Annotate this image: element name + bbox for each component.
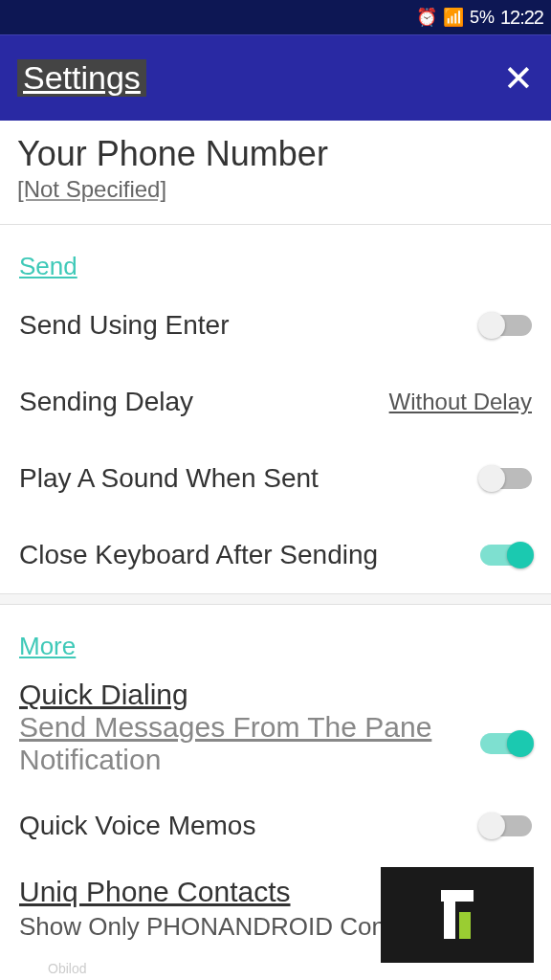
app-header: Settings ✕ — [0, 34, 551, 121]
alarm-icon: ⏰ — [416, 7, 437, 28]
quick-voice-label: Quick Voice Memos — [19, 811, 480, 841]
play-sound-row[interactable]: Play A Sound When Sent — [0, 440, 551, 517]
notification-label: Notification — [19, 744, 431, 776]
more-section-header: More — [0, 605, 551, 667]
close-icon[interactable]: ✕ — [503, 57, 534, 100]
send-section-header: Send — [0, 225, 551, 287]
sending-delay-value: Without Delay — [389, 389, 532, 415]
signal-icon: 📶 — [443, 7, 464, 28]
status-time: 12:22 — [500, 7, 543, 29]
phone-number-section[interactable]: Your Phone Number [Not Specified] — [0, 121, 551, 225]
close-keyboard-toggle[interactable] — [480, 545, 532, 566]
close-keyboard-row[interactable]: Close Keyboard After Sending — [0, 517, 551, 593]
section-divider — [0, 593, 551, 605]
quick-dialing-toggle[interactable] — [480, 733, 532, 754]
phone-number-title: Your Phone Number — [17, 134, 534, 174]
badge-icon-top — [441, 890, 474, 902]
quick-voice-toggle[interactable] — [480, 815, 532, 836]
send-using-enter-row[interactable]: Send Using Enter — [0, 287, 551, 364]
close-keyboard-label: Close Keyboard After Sending — [19, 540, 480, 570]
floating-badge[interactable] — [381, 867, 534, 963]
quick-dialing-row[interactable]: Quick Dialing Send Messages From The Pan… — [0, 667, 551, 788]
play-sound-label: Play A Sound When Sent — [19, 463, 480, 494]
header-title: Settings — [17, 59, 146, 97]
quick-voice-row[interactable]: Quick Voice Memos — [0, 788, 551, 864]
sending-delay-label: Sending Delay — [19, 387, 389, 417]
battery-text: 5% — [470, 8, 495, 28]
content: Your Phone Number [Not Specified] Send S… — [0, 121, 551, 942]
watermark: Obilod — [48, 961, 86, 976]
sending-delay-row[interactable]: Sending Delay Without Delay — [0, 364, 551, 440]
send-from-pane-label: Send Messages From The Pane — [19, 711, 431, 744]
send-using-enter-label: Send Using Enter — [19, 310, 480, 341]
play-sound-toggle[interactable] — [480, 468, 532, 489]
status-bar: ⏰ 📶 5% 12:22 — [0, 0, 551, 34]
send-using-enter-toggle[interactable] — [480, 315, 532, 336]
quick-dialing-label: Quick Dialing — [19, 679, 532, 711]
phone-number-value: [Not Specified] — [17, 176, 534, 203]
